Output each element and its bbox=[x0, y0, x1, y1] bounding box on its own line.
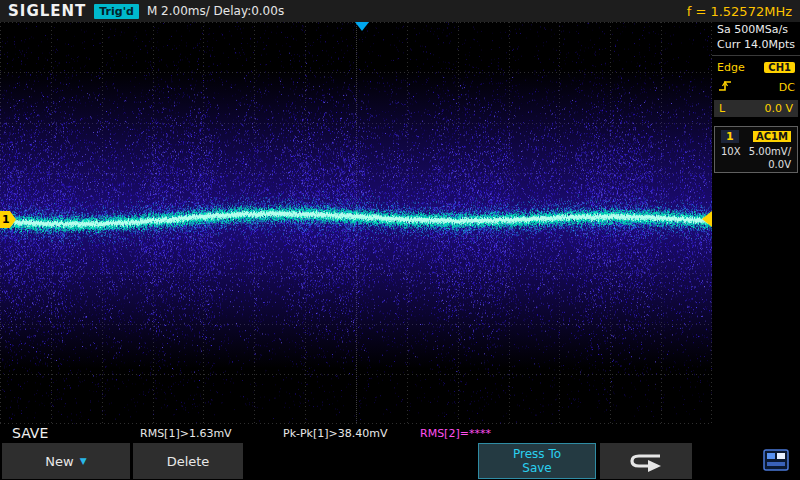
trigger-position-marker[interactable] bbox=[355, 22, 369, 31]
waveform-canvas bbox=[0, 22, 712, 424]
trigger-mode-row: Edge CH1 bbox=[712, 59, 800, 76]
trigger-source-badge: CH1 bbox=[764, 62, 795, 73]
channel1-number: 1 bbox=[721, 130, 739, 143]
trigger-coupling-row: DC bbox=[712, 76, 800, 98]
dropdown-arrow-icon: ▼ bbox=[80, 456, 87, 466]
menu-page-title: SAVE bbox=[12, 425, 48, 441]
channel1-scale-row: 10X 5.00mV/ bbox=[716, 145, 796, 158]
trigger-level-label: L bbox=[719, 102, 725, 115]
menu-onoff-icon[interactable] bbox=[760, 447, 792, 473]
return-arrow-icon bbox=[628, 449, 664, 473]
back-button[interactable] bbox=[600, 443, 692, 479]
trigger-coupling-readout: DC bbox=[779, 81, 795, 94]
trigger-level-readout: L 0.0 V bbox=[714, 100, 798, 117]
channel1-offset-row: 0.0V bbox=[716, 158, 796, 171]
trigger-status-badge: Trig'd bbox=[94, 4, 139, 19]
delete-button-label: Delete bbox=[167, 454, 210, 469]
rising-edge-icon bbox=[717, 78, 733, 96]
measurement-rms-ch1: RMS[1]>1.63mV bbox=[140, 427, 232, 440]
channel1-scale-readout: 5.00mV/ bbox=[749, 146, 791, 157]
top-bar: SIGLENT Trig'd M 2.00ms/ Delay:0.00s f =… bbox=[0, 0, 800, 22]
softkey-menu: New ▼ Delete Press To Save bbox=[0, 442, 800, 480]
measurement-pkpk-ch1: Pk-Pk[1]>38.40mV bbox=[283, 427, 388, 440]
channel1-descriptor[interactable]: 1 AC1M 10X 5.00mV/ 0.0V bbox=[714, 126, 798, 173]
sample-rate-readout: Sa 500MSa/s bbox=[712, 22, 800, 37]
press-to-save-line2: Save bbox=[522, 461, 551, 475]
channel1-coupling-badge: AC1M bbox=[753, 131, 791, 142]
channel1-descriptor-top-row: 1 AC1M bbox=[716, 128, 796, 145]
measurement-rms-ch2: RMS[2]=**** bbox=[420, 427, 491, 440]
trigger-mode-label: Edge bbox=[717, 61, 745, 74]
press-to-save-button[interactable]: Press To Save bbox=[478, 443, 596, 479]
status-row: SAVE RMS[1]>1.63mV Pk-Pk[1]>38.40mV RMS[… bbox=[0, 424, 712, 442]
siglent-logo: SIGLENT bbox=[8, 2, 86, 20]
sidebar: Sa 500MSa/s Curr 14.0Mpts Edge CH1 DC L … bbox=[712, 22, 800, 424]
frequency-counter-readout: f = 1.52572MHz bbox=[687, 4, 792, 19]
trigger-level-marker[interactable] bbox=[702, 211, 712, 227]
timebase-readout: M 2.00ms/ Delay:0.00s bbox=[147, 4, 284, 18]
oscilloscope-screen: SIGLENT Trig'd M 2.00ms/ Delay:0.00s f =… bbox=[0, 0, 800, 480]
channel1-probe-readout: 10X bbox=[721, 146, 741, 157]
trigger-level-value: 0.0 V bbox=[764, 102, 793, 115]
new-button-label: New bbox=[45, 454, 73, 469]
waveform-display: 1 bbox=[0, 22, 712, 424]
channel1-marker-label: 1 bbox=[2, 213, 10, 226]
press-to-save-line1: Press To bbox=[513, 447, 561, 461]
delete-button[interactable]: Delete bbox=[133, 443, 243, 479]
sidebar-divider bbox=[712, 55, 800, 56]
channel1-offset-readout: 0.0V bbox=[768, 159, 791, 170]
new-button[interactable]: New ▼ bbox=[2, 443, 130, 479]
memory-depth-readout: Curr 14.0Mpts bbox=[712, 37, 800, 52]
